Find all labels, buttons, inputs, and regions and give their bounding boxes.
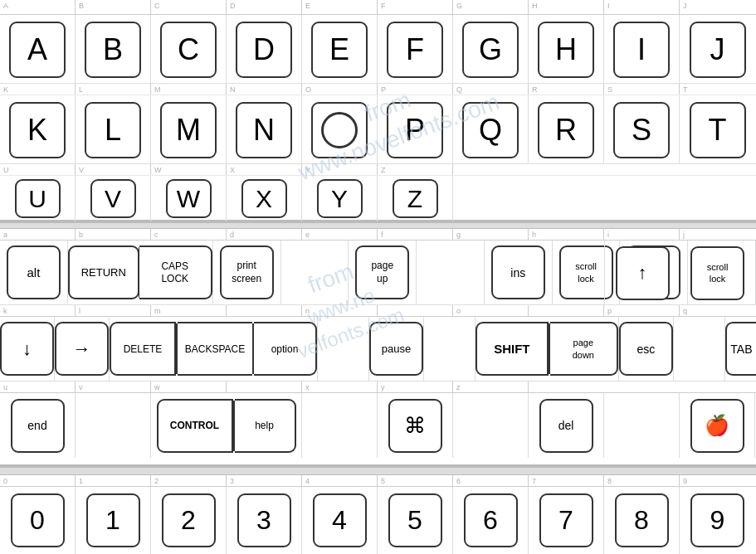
key-control: CONTROL: [157, 399, 233, 453]
key-up-arrow: ↑: [616, 246, 670, 300]
key-S: S: [613, 102, 670, 158]
key-backspace: BACKSPACE: [178, 322, 252, 376]
cell-F: F: [378, 15, 453, 84]
col-header-F: F: [378, 0, 453, 14]
key-J: J: [690, 22, 746, 78]
cell-J: J: [680, 15, 755, 84]
section-gap-2: [0, 467, 756, 475]
font-preview: from www.novelfonts.com from www.no velf…: [0, 0, 756, 554]
cell-end: end: [0, 393, 76, 458]
key-V: V: [90, 179, 136, 218]
key-help: help: [235, 399, 296, 453]
cell-A: A: [0, 15, 76, 84]
cell-del-back-opt: DELETE BACKSPACE option: [110, 317, 318, 381]
key-return: RETURN: [68, 245, 139, 299]
key-I: I: [613, 22, 670, 78]
key-delete: DELETE: [110, 322, 176, 376]
key-pause: pause: [369, 322, 423, 376]
col-header-I: I: [604, 0, 680, 14]
cell-alt: alt: [0, 241, 68, 305]
cell-print-screen: printscreen: [213, 241, 281, 305]
key-Q: Q: [462, 102, 519, 158]
cell-V: V: [76, 176, 151, 221]
cell-R: R: [529, 95, 604, 164]
key-page-up: pageup: [355, 245, 409, 299]
key-esc: esc: [619, 322, 673, 376]
key-Z: Z: [393, 179, 438, 218]
key-tab: TAB: [725, 322, 756, 376]
key-B: B: [85, 22, 141, 78]
cell-P: P: [378, 95, 453, 164]
cell-C: C: [151, 15, 227, 84]
col-header-J: J: [680, 0, 755, 14]
key-W: W: [166, 179, 212, 218]
cell-9: 9: [680, 487, 755, 554]
key-print-screen: printscreen: [220, 245, 274, 299]
key-ins: ins: [491, 245, 545, 299]
cell-shift-pgdn: SHIFT pagedown: [476, 317, 619, 381]
key-4: 4: [313, 493, 367, 547]
cell-M: M: [151, 95, 227, 164]
cell-K: K: [0, 95, 76, 164]
cell-B: B: [76, 15, 151, 84]
key-right-arrow: →: [55, 322, 109, 376]
cell-X: X: [227, 176, 302, 221]
key-D: D: [236, 22, 292, 78]
cell-N: N: [227, 95, 302, 164]
cell-down-arrow: ↓: [0, 317, 55, 381]
col-header-H: H: [529, 0, 604, 14]
cell-page-up: pageup: [349, 241, 417, 305]
col-header-E: E: [302, 0, 378, 14]
key-apple: 🍎: [690, 399, 744, 453]
cell-W: W: [151, 176, 227, 221]
col-header-D: D: [227, 0, 302, 14]
cell-7: 7: [529, 487, 604, 554]
key-5: 5: [388, 493, 442, 547]
cell-Q: Q: [453, 95, 529, 164]
cell-3: 3: [227, 487, 302, 554]
cell-up-arrow: ↑: [604, 241, 680, 305]
key-2: 2: [162, 493, 216, 547]
key-0: 0: [11, 493, 65, 547]
col-header-G: G: [453, 0, 529, 14]
key-7: 7: [539, 493, 593, 547]
cell-O: O: [302, 95, 378, 164]
col-header-C: C: [151, 0, 227, 14]
key-U: U: [15, 179, 61, 218]
cell-5: 5: [378, 487, 453, 554]
key-down-arrow: ↓: [0, 322, 54, 376]
cell-return-caps: RETURN CAPSLOCK: [68, 241, 213, 305]
cell-H: H: [529, 15, 604, 84]
cell-Z: Z: [378, 176, 453, 221]
key-scroll-lock-right: scrolllock: [690, 246, 744, 300]
key-alt: alt: [7, 245, 61, 299]
cell-cmd: ⌘: [378, 393, 453, 458]
col-header-A: A: [0, 0, 76, 14]
cell-0: 0: [0, 487, 76, 554]
key-shift: SHIFT: [476, 322, 549, 376]
cell-L: L: [76, 95, 151, 164]
key-9: 9: [690, 493, 744, 547]
key-Y: Y: [317, 179, 363, 218]
key-1: 1: [86, 493, 140, 547]
key-G: G: [462, 22, 519, 78]
cell-D: D: [227, 15, 302, 84]
cell-2: 2: [151, 487, 227, 554]
cell-scroll-lock-right: scrolllock: [680, 241, 755, 305]
key-X: X: [241, 179, 287, 218]
cell-ins: ins: [485, 241, 553, 305]
cell-8: 8: [604, 487, 680, 554]
uppercase-section: A B C D E F G H I J A B C D: [0, 0, 756, 222]
cell-control-help: CONTROL help: [151, 393, 302, 458]
cell-U: U: [0, 176, 76, 221]
cell-del: del: [529, 393, 604, 458]
cell-4: 4: [302, 487, 378, 554]
cell-T: T: [680, 95, 755, 164]
key-caps-lock: CAPSLOCK: [139, 245, 212, 299]
cell-E: E: [302, 15, 378, 84]
key-end: end: [11, 399, 65, 453]
key-L: L: [85, 102, 141, 158]
key-page-down: pagedown: [550, 322, 618, 376]
key-R: R: [538, 102, 594, 158]
key-8: 8: [615, 493, 669, 547]
